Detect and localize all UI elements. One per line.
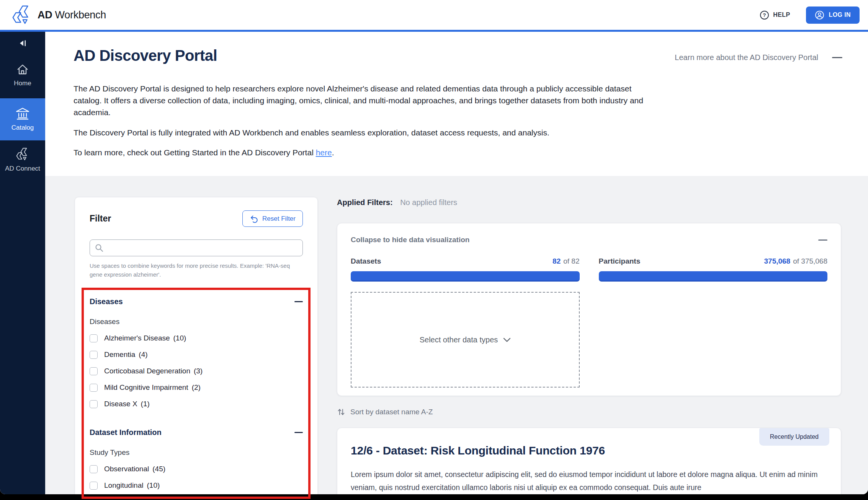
filter-option-alzheimers-disease[interactable]: Alzheimer's Disease (10) (90, 334, 303, 342)
svg-text:?: ? (763, 12, 766, 18)
datasets-stat: Datasets 82of 82 (351, 257, 580, 282)
checkbox[interactable] (90, 367, 98, 375)
intro-section: AD Discovery Portal Learn more about the… (45, 32, 868, 176)
login-button[interactable]: LOG IN (806, 7, 860, 24)
page-title: AD Discovery Portal (74, 47, 217, 64)
applied-filters-value: No applied filters (400, 198, 457, 207)
sidebar-item-catalog[interactable]: Catalog (0, 98, 45, 140)
learn-more-row: Learn more about the AD Discovery Portal (675, 53, 842, 62)
help-button[interactable]: ? HELP (760, 10, 790, 20)
recently-updated-badge: Recently Updated (759, 428, 829, 446)
filter-section-diseases: Diseases Diseases Alzheimer's Disease (1… (90, 297, 303, 408)
sort-control[interactable]: Sort by dataset name A-Z (337, 408, 433, 416)
filter-option-mild-cognitive-impairment[interactable]: Mild Cognitive Impairment (2) (90, 383, 303, 392)
participants-stat: Participants 375,068of 375,068 (599, 257, 828, 282)
option-count: (3) (194, 367, 203, 375)
ad-workbench-logo-icon (11, 5, 32, 25)
option-count: (10) (173, 334, 186, 342)
top-header: AD Workbench ? HELP (0, 0, 868, 30)
filter-title: Filter (90, 213, 111, 224)
intro-paragraph-2: The Discovery Portal is fully integrated… (74, 127, 549, 138)
option-count: (1) (141, 400, 150, 408)
dataset-result-card[interactable]: Recently Updated 12/6 - Dataset: Risk Lo… (337, 428, 841, 494)
collapse-viz-icon[interactable] (818, 239, 827, 241)
checkbox[interactable] (90, 334, 98, 342)
login-label: LOG IN (829, 11, 851, 18)
sidebar-item-home[interactable]: Home (0, 62, 45, 87)
checkbox[interactable] (90, 384, 98, 392)
intro-paragraph-1: The AD Discovery Portal is designed to h… (74, 83, 659, 118)
main-content: AD Discovery Portal Learn more about the… (45, 32, 868, 494)
app-window: AD Workbench ? HELP (0, 0, 868, 494)
checkbox[interactable] (90, 400, 98, 408)
data-visualization-card: Collapse to hide data visualization Data… (337, 223, 841, 396)
filter-option-disease-x[interactable]: Disease X (1) (90, 400, 303, 408)
sidebar-collapse-icon[interactable] (0, 39, 45, 48)
chevron-down-icon (503, 337, 511, 342)
sidebar: Home Catalog AD Connect (0, 32, 45, 494)
applied-filters-row: Applied Filters: No applied filters (337, 198, 457, 207)
dataset-description: Lorem ipsum dolor sit amet, consectetur … (351, 468, 827, 494)
collapse-section-icon[interactable] (294, 301, 303, 302)
datasets-count: 82of 82 (553, 257, 579, 265)
help-label: HELP (773, 11, 790, 18)
filter-panel: Filter Reset Filter (75, 197, 318, 494)
filter-option-longitudinal[interactable]: Longitudinal (10) (90, 481, 303, 490)
user-icon (815, 10, 824, 20)
filter-option-corticobasal-degeneration[interactable]: Corticobasal Degeneration (3) (90, 367, 303, 375)
catalog-section: Filter Reset Filter (45, 176, 868, 494)
section-title: Diseases (90, 297, 123, 306)
header-accent-line (0, 30, 868, 32)
ad-connect-icon (16, 147, 29, 161)
collapse-section-icon[interactable] (294, 432, 303, 433)
datasets-progress-bar (351, 271, 580, 282)
filter-section-dataset-information: Dataset Information Study Types Observat… (90, 428, 303, 490)
filter-search-input[interactable] (90, 239, 303, 256)
intro-paragraph-3: To learn more, check out Getting Started… (74, 147, 334, 158)
section-title: Dataset Information (90, 428, 162, 437)
reset-filter-button[interactable]: Reset Filter (242, 210, 303, 227)
sidebar-item-label: Catalog (3, 124, 42, 132)
brand-name: AD Workbench (38, 9, 106, 21)
option-count: (45) (152, 465, 165, 473)
checkbox[interactable] (90, 351, 98, 359)
getting-started-link[interactable]: here (316, 148, 332, 157)
participants-count: 375,068of 375,068 (764, 257, 828, 265)
participants-progress-bar (599, 271, 828, 282)
option-count: (2) (192, 383, 201, 392)
option-count: (4) (139, 350, 147, 359)
search-hint: Use spaces to combine keywords for more … (90, 261, 303, 279)
filter-option-observational[interactable]: Observational (45) (90, 465, 303, 473)
sidebar-item-label: AD Connect (3, 164, 42, 173)
help-question-icon: ? (760, 10, 769, 20)
sort-arrows-icon (337, 408, 345, 416)
checkbox[interactable] (90, 482, 98, 490)
dataset-title[interactable]: 12/6 - Dataset: Risk Longitudinal Functi… (351, 444, 827, 457)
reset-filter-label: Reset Filter (262, 215, 296, 223)
applied-filters-label: Applied Filters: (337, 198, 393, 207)
home-icon (15, 62, 30, 76)
search-icon (95, 243, 104, 252)
filter-option-dementia[interactable]: Dementia (4) (90, 350, 303, 359)
undo-icon (250, 215, 258, 223)
sort-label: Sort by dataset name A-Z (350, 408, 433, 416)
group-label: Diseases (90, 318, 303, 326)
catalog-bank-icon (15, 107, 30, 120)
sidebar-item-label: Home (3, 80, 42, 87)
option-count: (10) (147, 481, 160, 490)
learn-more-label: Learn more about the AD Discovery Portal (675, 53, 818, 62)
viz-collapse-label: Collapse to hide data visualization (351, 236, 469, 244)
group-label: Study Types (90, 448, 303, 457)
sidebar-item-ad-connect[interactable]: AD Connect (0, 147, 45, 173)
brand-logo[interactable]: AD Workbench (11, 5, 106, 25)
checkbox[interactable] (90, 465, 98, 473)
collapse-intro-icon[interactable] (832, 57, 842, 58)
select-other-data-types-dropdown[interactable]: Select other data types (351, 292, 580, 388)
